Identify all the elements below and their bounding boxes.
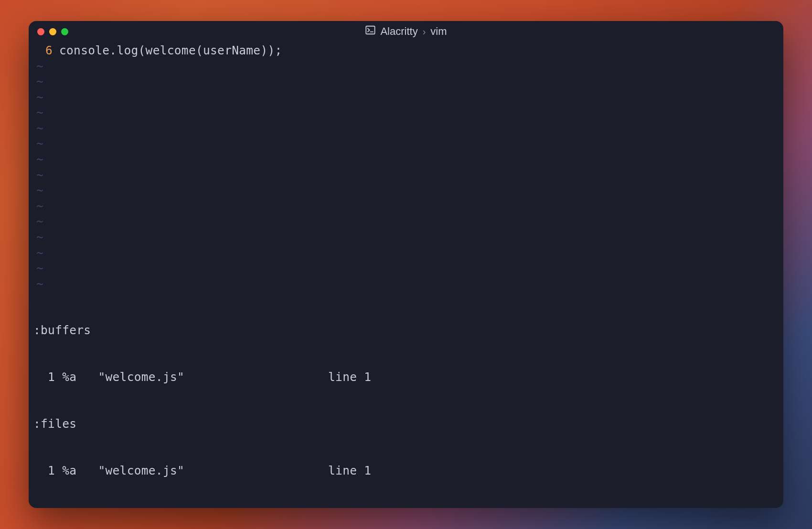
empty-line: ~ [33, 214, 779, 230]
minimize-button[interactable] [49, 28, 56, 35]
empty-line: ~ [33, 276, 779, 292]
empty-line: ~ [33, 59, 779, 74]
empty-line: ~ [33, 105, 779, 121]
line-number: 6 [45, 43, 53, 57]
title-process-name: vim [430, 25, 447, 38]
empty-line: ~ [33, 152, 779, 168]
empty-lines: ~~~~~~~~~~~~~~~ [33, 59, 779, 292]
empty-line: ~ [33, 74, 779, 90]
maximize-button[interactable] [61, 28, 68, 35]
empty-line: ~ [33, 261, 779, 276]
command-buffers: :buffers [33, 323, 779, 339]
title-separator: › [423, 26, 426, 37]
titlebar: Alacritty › vim [29, 21, 783, 42]
terminal-window: Alacritty › vim 6 console.log(welcome(us… [29, 21, 783, 508]
empty-line: ~ [33, 230, 779, 245]
command-output: :buffers 1 %a "welcome.js" line 1 :files… [33, 292, 779, 508]
empty-line: ~ [33, 199, 779, 214]
close-button[interactable] [37, 28, 44, 35]
window-title: Alacritty › vim [365, 25, 447, 38]
title-app-name: Alacritty [380, 25, 417, 38]
empty-line: ~ [33, 168, 779, 183]
empty-line: ~ [33, 183, 779, 199]
buffer-row: 1 %a "welcome.js" line 1 [33, 370, 779, 385]
empty-line: ~ [33, 245, 779, 261]
empty-line: ~ [33, 136, 779, 152]
code-line: 6 console.log(welcome(userName)); [33, 43, 779, 59]
empty-line: ~ [33, 90, 779, 106]
terminal-icon [365, 25, 375, 38]
traffic-lights [37, 28, 68, 35]
svg-rect-0 [366, 26, 374, 34]
command-files: :files [33, 416, 779, 432]
empty-line: ~ [33, 121, 779, 137]
code-content: console.log(welcome(userName)); [59, 43, 282, 59]
buffer-row: 1 %a "welcome.js" line 1 [33, 463, 779, 479]
terminal-body[interactable]: 6 console.log(welcome(userName)); ~~~~~~… [29, 42, 783, 508]
